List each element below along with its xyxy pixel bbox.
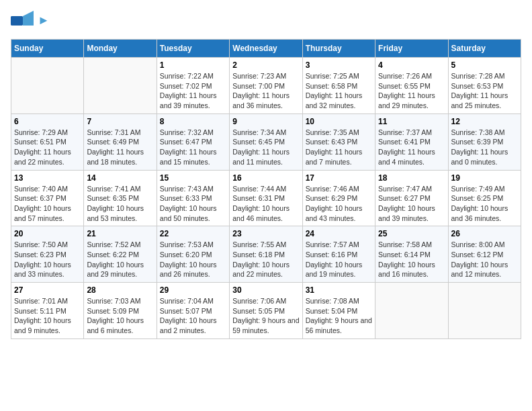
day-number: 28 [87, 285, 153, 295]
calendar-cell: 19Sunrise: 7:49 AM Sunset: 6:25 PM Dayli… [448, 170, 521, 226]
calendar-cell [448, 283, 521, 339]
day-info: Sunrise: 7:32 AM Sunset: 6:47 PM Dayligh… [160, 128, 226, 167]
svg-rect-2 [11, 16, 23, 26]
calendar-table: SundayMondayTuesdayWednesdayThursdayFrid… [11, 39, 521, 339]
day-info: Sunrise: 8:00 AM Sunset: 6:12 PM Dayligh… [451, 240, 518, 279]
calendar-cell [375, 283, 448, 339]
day-number: 17 [306, 173, 372, 183]
day-info: Sunrise: 7:41 AM Sunset: 6:35 PM Dayligh… [87, 184, 153, 224]
day-info: Sunrise: 7:50 AM Sunset: 6:23 PM Dayligh… [14, 240, 81, 279]
day-number: 21 [87, 229, 153, 238]
day-info: Sunrise: 7:34 AM Sunset: 6:45 PM Dayligh… [232, 128, 299, 167]
day-info: Sunrise: 7:53 AM Sunset: 6:20 PM Dayligh… [160, 240, 226, 279]
calendar-cell: 24Sunrise: 7:57 AM Sunset: 6:16 PM Dayli… [302, 226, 375, 283]
logo-icon [11, 11, 35, 31]
day-info: Sunrise: 7:58 AM Sunset: 6:14 PM Dayligh… [378, 240, 445, 279]
calendar-cell: 7Sunrise: 7:31 AM Sunset: 6:49 PM Daylig… [84, 113, 157, 170]
day-number: 8 [160, 117, 226, 126]
calendar-cell: 18Sunrise: 7:47 AM Sunset: 6:27 PM Dayli… [375, 170, 448, 226]
day-number: 20 [14, 229, 81, 238]
calendar-cell: 14Sunrise: 7:41 AM Sunset: 6:35 PM Dayli… [84, 170, 157, 226]
day-info: Sunrise: 7:26 AM Sunset: 6:55 PM Dayligh… [378, 71, 445, 111]
day-info: Sunrise: 7:08 AM Sunset: 5:04 PM Dayligh… [306, 296, 372, 336]
day-info: Sunrise: 7:01 AM Sunset: 5:11 PM Dayligh… [14, 296, 81, 336]
calendar-cell: 17Sunrise: 7:46 AM Sunset: 6:29 PM Dayli… [302, 170, 375, 226]
day-number: 5 [451, 60, 518, 70]
day-info: Sunrise: 7:55 AM Sunset: 6:18 PM Dayligh… [232, 240, 299, 279]
calendar-cell: 28Sunrise: 7:03 AM Sunset: 5:09 PM Dayli… [84, 283, 157, 339]
calendar-cell: 1Sunrise: 7:22 AM Sunset: 7:02 PM Daylig… [157, 58, 229, 114]
calendar-cell: 10Sunrise: 7:35 AM Sunset: 6:43 PM Dayli… [302, 113, 375, 170]
day-number: 11 [378, 117, 445, 126]
day-number: 22 [160, 229, 226, 238]
weekday-header: Wednesday [230, 40, 302, 58]
day-number: 19 [451, 173, 518, 183]
day-info: Sunrise: 7:47 AM Sunset: 6:27 PM Dayligh… [378, 184, 445, 224]
day-number: 13 [14, 173, 81, 183]
day-number: 6 [14, 117, 81, 126]
calendar-cell: 12Sunrise: 7:38 AM Sunset: 6:39 PM Dayli… [448, 113, 521, 170]
day-number: 9 [232, 117, 299, 126]
calendar-cell: 21Sunrise: 7:52 AM Sunset: 6:22 PM Dayli… [84, 226, 157, 283]
day-number: 30 [232, 285, 299, 295]
day-number: 12 [451, 117, 518, 126]
calendar-cell: 9Sunrise: 7:34 AM Sunset: 6:45 PM Daylig… [230, 113, 302, 170]
calendar-cell: 20Sunrise: 7:50 AM Sunset: 6:23 PM Dayli… [11, 226, 84, 283]
day-number: 16 [232, 173, 299, 183]
calendar-cell: 11Sunrise: 7:37 AM Sunset: 6:41 PM Dayli… [375, 113, 448, 170]
calendar-cell: 31Sunrise: 7:08 AM Sunset: 5:04 PM Dayli… [302, 283, 375, 339]
day-number: 1 [160, 60, 226, 70]
day-number: 14 [87, 173, 153, 183]
day-info: Sunrise: 7:49 AM Sunset: 6:25 PM Dayligh… [451, 184, 518, 224]
calendar-cell: 2Sunrise: 7:23 AM Sunset: 7:00 PM Daylig… [230, 58, 302, 114]
page-header: ► [11, 11, 521, 31]
calendar-cell [11, 58, 84, 114]
weekday-header: Thursday [302, 40, 375, 58]
calendar-cell [84, 58, 157, 114]
day-info: Sunrise: 7:57 AM Sunset: 6:16 PM Dayligh… [306, 240, 372, 279]
day-info: Sunrise: 7:03 AM Sunset: 5:09 PM Dayligh… [87, 296, 153, 336]
calendar-cell: 29Sunrise: 7:04 AM Sunset: 5:07 PM Dayli… [157, 283, 229, 339]
weekday-header: Sunday [11, 40, 84, 58]
day-number: 26 [451, 229, 518, 238]
calendar-week-row: 6Sunrise: 7:29 AM Sunset: 6:51 PM Daylig… [11, 113, 521, 170]
calendar-cell: 15Sunrise: 7:43 AM Sunset: 6:33 PM Dayli… [157, 170, 229, 226]
day-info: Sunrise: 7:46 AM Sunset: 6:29 PM Dayligh… [306, 184, 372, 224]
day-info: Sunrise: 7:52 AM Sunset: 6:22 PM Dayligh… [87, 240, 153, 279]
day-number: 15 [160, 173, 226, 183]
day-info: Sunrise: 7:22 AM Sunset: 7:02 PM Dayligh… [160, 71, 226, 111]
day-info: Sunrise: 7:38 AM Sunset: 6:39 PM Dayligh… [451, 128, 518, 167]
day-number: 24 [306, 229, 372, 238]
calendar-cell: 27Sunrise: 7:01 AM Sunset: 5:11 PM Dayli… [11, 283, 84, 339]
weekday-header: Monday [84, 40, 157, 58]
day-info: Sunrise: 7:37 AM Sunset: 6:41 PM Dayligh… [378, 128, 445, 167]
calendar-week-row: 13Sunrise: 7:40 AM Sunset: 6:37 PM Dayli… [11, 170, 521, 226]
calendar-week-row: 20Sunrise: 7:50 AM Sunset: 6:23 PM Dayli… [11, 226, 521, 283]
day-info: Sunrise: 7:43 AM Sunset: 6:33 PM Dayligh… [160, 184, 226, 224]
day-info: Sunrise: 7:06 AM Sunset: 5:05 PM Dayligh… [232, 296, 299, 336]
calendar-cell: 4Sunrise: 7:26 AM Sunset: 6:55 PM Daylig… [375, 58, 448, 114]
day-number: 18 [378, 173, 445, 183]
calendar-cell: 22Sunrise: 7:53 AM Sunset: 6:20 PM Dayli… [157, 226, 229, 283]
calendar-cell: 30Sunrise: 7:06 AM Sunset: 5:05 PM Dayli… [230, 283, 302, 339]
day-info: Sunrise: 7:44 AM Sunset: 6:31 PM Dayligh… [232, 184, 299, 224]
weekday-header: Saturday [448, 40, 521, 58]
day-info: Sunrise: 7:28 AM Sunset: 6:53 PM Dayligh… [451, 71, 518, 111]
calendar-cell: 6Sunrise: 7:29 AM Sunset: 6:51 PM Daylig… [11, 113, 84, 170]
day-number: 3 [306, 60, 372, 70]
day-info: Sunrise: 7:40 AM Sunset: 6:37 PM Dayligh… [14, 184, 81, 224]
weekday-header: Tuesday [157, 40, 229, 58]
day-number: 23 [232, 229, 299, 238]
calendar-cell: 13Sunrise: 7:40 AM Sunset: 6:37 PM Dayli… [11, 170, 84, 226]
day-number: 4 [378, 60, 445, 70]
day-info: Sunrise: 7:23 AM Sunset: 7:00 PM Dayligh… [232, 71, 299, 111]
calendar-cell: 3Sunrise: 7:25 AM Sunset: 6:58 PM Daylig… [302, 58, 375, 114]
calendar-cell: 16Sunrise: 7:44 AM Sunset: 6:31 PM Dayli… [230, 170, 302, 226]
calendar-cell: 23Sunrise: 7:55 AM Sunset: 6:18 PM Dayli… [230, 226, 302, 283]
calendar-week-row: 27Sunrise: 7:01 AM Sunset: 5:11 PM Dayli… [11, 283, 521, 339]
day-info: Sunrise: 7:31 AM Sunset: 6:49 PM Dayligh… [87, 128, 153, 167]
day-number: 7 [87, 117, 153, 126]
calendar-cell: 26Sunrise: 8:00 AM Sunset: 6:12 PM Dayli… [448, 226, 521, 283]
calendar-cell: 5Sunrise: 7:28 AM Sunset: 6:53 PM Daylig… [448, 58, 521, 114]
day-info: Sunrise: 7:35 AM Sunset: 6:43 PM Dayligh… [306, 128, 372, 167]
